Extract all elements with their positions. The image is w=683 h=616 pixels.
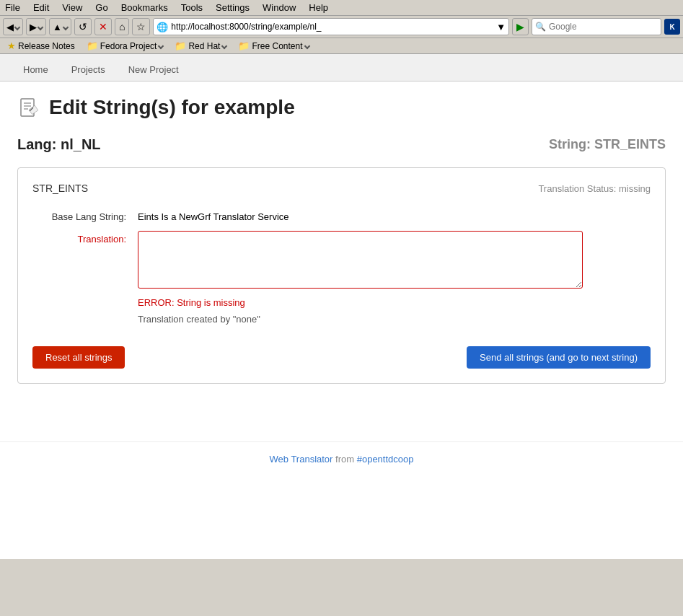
error-message: ERROR: String is missing — [138, 297, 651, 308]
chevron-down-icon — [159, 41, 163, 51]
page-footer: Web Translator from #openttdcoop — [0, 441, 683, 476]
bookmark-redhat[interactable]: 📁 Red Hat — [172, 40, 229, 52]
base-lang-label: Base Lang String: — [32, 208, 126, 222]
search-bar-container: 🔍 — [532, 18, 661, 35]
menu-file[interactable]: File — [3, 1, 22, 14]
back-button[interactable]: ◀ — [3, 18, 23, 35]
bookmark-fedora[interactable]: 📁 Fedora Project — [84, 40, 167, 52]
translation-card: STR_EINTS Translation Status: missing Ba… — [17, 167, 666, 384]
up-dropdown-icon — [63, 22, 68, 32]
go-button[interactable]: ▶ — [512, 18, 529, 35]
bookmark-label: Red Hat — [188, 41, 220, 51]
lang-label: Lang: nl_NL — [17, 136, 101, 153]
back-icon: ◀ — [6, 22, 14, 32]
page-title-row: Edit String(s) for example — [17, 96, 666, 119]
home-icon: ⌂ — [119, 21, 125, 32]
tab-home[interactable]: Home — [12, 60, 60, 81]
folder-icon: 📁 — [175, 40, 186, 51]
bookmark-label: Free Content — [252, 41, 302, 51]
bookmark-add-button[interactable]: ☆ — [132, 18, 150, 35]
menu-bar: File Edit View Go Bookmarks Tools Settin… — [0, 0, 683, 16]
base-lang-row: Base Lang String: Eints Is a NewGrf Tran… — [32, 208, 651, 222]
stop-icon: ✕ — [99, 21, 107, 32]
toolbar: ◀ ▶ ▲ ↺ ✕ ⌂ ☆ 🌐 ▼ ▶ 🔍 K — [0, 16, 683, 38]
kde-logo: K — [669, 23, 674, 31]
footer-from-text: from — [335, 454, 357, 465]
chevron-down-icon — [222, 41, 226, 51]
menu-bookmarks[interactable]: Bookmarks — [119, 1, 170, 14]
edit-document-icon — [17, 96, 40, 119]
send-button[interactable]: Send all strings (and go to next string) — [467, 346, 651, 369]
bookmarks-bar: ★ Release Notes 📁 Fedora Project 📁 Red H… — [0, 38, 683, 54]
string-label: String: STR_EINTS — [549, 137, 666, 152]
menu-go[interactable]: Go — [93, 1, 110, 14]
menu-edit[interactable]: Edit — [31, 1, 51, 14]
lang-string-row: Lang: nl_NL String: STR_EINTS — [17, 136, 666, 153]
folder-icon: 📁 — [238, 40, 250, 51]
base-lang-value: Eints Is a NewGrf Translator Service — [138, 208, 289, 222]
bookmark-icon: ☆ — [136, 21, 146, 32]
bookmark-label: Fedora Project — [100, 41, 157, 51]
main-content: Home Projects New Project Edit String(s)… — [0, 54, 683, 559]
translation-status: Translation Status: missing — [538, 183, 651, 194]
created-by: Translation created by "none" — [138, 314, 651, 325]
tab-new-project[interactable]: New Project — [117, 60, 190, 81]
menu-window[interactable]: Window — [260, 1, 298, 14]
search-input[interactable] — [549, 22, 658, 32]
home-button[interactable]: ⌂ — [115, 18, 129, 35]
menu-settings[interactable]: Settings — [213, 1, 252, 14]
bookmark-free-content[interactable]: 📁 Free Content — [235, 40, 312, 52]
url-dropdown-icon[interactable]: ▼ — [496, 22, 506, 32]
forward-button[interactable]: ▶ — [26, 18, 46, 35]
globe-icon: 🌐 — [157, 22, 168, 32]
forward-icon: ▶ — [30, 22, 37, 32]
card-footer: Reset all strings Send all strings (and … — [32, 339, 651, 369]
page-title: Edit String(s) for example — [49, 96, 295, 119]
translation-row: Translation: — [32, 231, 651, 289]
bookmark-release-notes[interactable]: ★ Release Notes — [4, 40, 78, 52]
nav-tabs: Home Projects New Project — [0, 54, 683, 82]
up-button[interactable]: ▲ — [49, 18, 71, 35]
string-id: STR_EINTS — [32, 182, 88, 194]
translation-label: Translation: — [32, 231, 126, 245]
up-icon: ▲ — [53, 22, 62, 32]
card-header: STR_EINTS Translation Status: missing — [32, 182, 651, 194]
folder-icon: 📁 — [87, 40, 98, 51]
kde-button[interactable]: K — [664, 19, 680, 35]
url-input[interactable] — [171, 22, 493, 32]
menu-tools[interactable]: Tools — [179, 1, 205, 14]
translation-textarea[interactable] — [138, 231, 583, 289]
back-dropdown-icon — [15, 22, 19, 32]
chevron-down-icon — [305, 41, 309, 51]
stop-button[interactable]: ✕ — [94, 18, 112, 35]
tab-projects[interactable]: Projects — [60, 60, 117, 81]
reset-button[interactable]: Reset all strings — [32, 346, 125, 369]
menu-view[interactable]: View — [60, 1, 84, 14]
go-icon: ▶ — [516, 21, 524, 32]
menu-help[interactable]: Help — [307, 1, 330, 14]
openttdcoop-link[interactable]: #openttdcoop — [357, 454, 414, 465]
page-body: Edit String(s) for example Lang: nl_NL S… — [0, 82, 683, 413]
star-icon: ★ — [7, 40, 16, 51]
url-bar-container: 🌐 ▼ — [153, 18, 509, 35]
reload-button[interactable]: ↺ — [74, 18, 92, 35]
forward-dropdown-icon — [38, 22, 43, 32]
web-translator-link[interactable]: Web Translator — [270, 454, 333, 465]
bookmark-label: Release Notes — [18, 41, 75, 51]
reload-icon: ↺ — [79, 21, 87, 32]
search-icon: 🔍 — [535, 22, 546, 32]
